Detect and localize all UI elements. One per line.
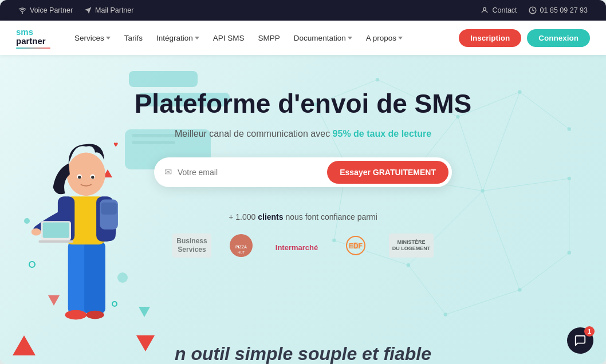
- cta-button[interactable]: Essayer GRATUITEMENT: [327, 161, 448, 184]
- svg-line-17: [408, 265, 446, 314]
- svg-rect-55: [101, 203, 117, 215]
- hero-subtitle: Meilleur canal de communication avec 95%…: [135, 129, 472, 139]
- wifi-icon: [18, 6, 26, 14]
- chat-widget[interactable]: 1: [567, 327, 593, 354]
- svg-point-28: [568, 127, 571, 130]
- connexion-button[interactable]: Connexion: [527, 29, 590, 47]
- nav-item-services[interactable]: Services: [69, 30, 116, 46]
- nav-item-smpp[interactable]: SMPP: [253, 30, 286, 46]
- client-logo-ministere: MINISTÈREDU LOGEMENT: [389, 233, 434, 258]
- hero-section: ♥: [0, 55, 606, 364]
- svg-point-27: [518, 90, 521, 94]
- svg-rect-39: [84, 242, 105, 314]
- logo[interactable]: sms partner: [16, 27, 50, 49]
- clients-count-post: nous font confiance parmi: [284, 212, 377, 221]
- svg-point-3: [483, 7, 486, 10]
- voice-partner-label: Voice Partner: [30, 6, 73, 14]
- top-bar: Voice Partner Mail Partner Contact 01 85…: [0, 0, 606, 21]
- logo-sms: sms: [16, 27, 50, 37]
- email-icon: ✉: [164, 167, 172, 177]
- mail-partner-item[interactable]: Mail Partner: [84, 6, 133, 14]
- hero-subtitle-pre: Meilleur canal de communication avec: [175, 129, 333, 139]
- svg-line-23: [483, 92, 520, 191]
- voice-partner-item[interactable]: Voice Partner: [18, 6, 73, 14]
- chat-icon: [574, 334, 587, 347]
- clients-count-pre: + 1.000: [229, 212, 258, 221]
- svg-point-41: [86, 311, 104, 319]
- clients-trust-text: + 1.000 clients nous font confiance parm…: [135, 212, 472, 221]
- client-logo-business-services: BusinessServices: [172, 233, 211, 258]
- clients-logos: BusinessServices PIZZA HUT Intermarché: [135, 233, 472, 258]
- svg-text:HUT: HUT: [238, 251, 245, 254]
- svg-point-45: [67, 153, 105, 196]
- client-logo-pizza-hut: PIZZA HUT: [227, 233, 255, 258]
- svg-line-13: [483, 179, 569, 191]
- character-illustration: [23, 109, 143, 364]
- svg-rect-52: [43, 222, 69, 238]
- clock-icon: [529, 6, 537, 14]
- svg-text:Intermarché: Intermarché: [276, 243, 318, 252]
- svg-point-25: [376, 78, 379, 81]
- nav-buttons: Inscription Connexion: [459, 29, 590, 47]
- nav-item-apropos[interactable]: A propos: [360, 30, 408, 46]
- hero-title: Plateforme d'envoi de SMS: [135, 89, 472, 118]
- email-form: ✉ Essayer GRATUITEMENT: [154, 157, 452, 187]
- chat-badge: 1: [584, 326, 595, 337]
- navbar: sms partner Services Tarifs Intégration …: [0, 21, 606, 55]
- nav-item-documentation[interactable]: Documentation: [288, 30, 358, 46]
- speech-bubble-1: [129, 71, 198, 87]
- clients-bold: clients: [258, 212, 283, 221]
- svg-point-0: [22, 13, 22, 13]
- nav-item-integration[interactable]: Intégration: [151, 30, 205, 46]
- nav-item-tarifs[interactable]: Tarifs: [119, 30, 148, 46]
- chevron-down-icon: [348, 37, 352, 39]
- clients-section: + 1.000 clients nous font confiance parm…: [135, 212, 472, 258]
- email-input[interactable]: [178, 168, 327, 177]
- svg-point-37: [568, 251, 571, 254]
- nav-menu: Services Tarifs Intégration API SMS SMPP…: [69, 30, 459, 46]
- contact-label: Contact: [492, 6, 517, 14]
- svg-rect-53: [38, 240, 73, 243]
- svg-line-19: [520, 253, 569, 290]
- nav-item-api-sms[interactable]: API SMS: [207, 30, 250, 46]
- svg-point-48: [78, 176, 81, 179]
- svg-point-50: [32, 228, 41, 236]
- hero-content: Plateforme d'envoi de SMS Meilleur canal…: [123, 89, 483, 258]
- hero-subtitle-highlight: 95% de taux de lecture: [333, 129, 432, 139]
- svg-point-32: [568, 177, 571, 180]
- svg-marker-2: [85, 7, 91, 14]
- svg-line-21: [483, 191, 520, 290]
- logo-partner: partner: [16, 37, 50, 46]
- svg-point-49: [91, 176, 94, 179]
- chevron-down-icon: [195, 37, 199, 39]
- phone-label: 01 85 09 27 93: [540, 6, 588, 14]
- inscription-button[interactable]: Inscription: [459, 29, 521, 47]
- svg-point-40: [65, 310, 87, 320]
- send-icon: [84, 7, 92, 14]
- svg-point-34: [407, 263, 410, 267]
- svg-text:PIZZA: PIZZA: [235, 245, 247, 249]
- contact-item[interactable]: Contact: [481, 6, 517, 14]
- svg-line-8: [520, 92, 569, 129]
- chevron-down-icon: [398, 37, 403, 39]
- svg-text:EDF: EDF: [349, 242, 363, 250]
- svg-point-36: [518, 288, 521, 291]
- chevron-down-icon: [106, 37, 111, 39]
- mail-partner-label: Mail Partner: [95, 6, 133, 14]
- svg-point-35: [444, 312, 447, 316]
- logo-underline: [16, 48, 50, 49]
- svg-line-18: [446, 290, 520, 314]
- phone-item[interactable]: 01 85 09 27 93: [529, 6, 588, 14]
- user-icon: [481, 6, 489, 14]
- client-logo-edf: EDF: [339, 233, 373, 258]
- client-logo-intermarche: Intermarché: [271, 233, 322, 258]
